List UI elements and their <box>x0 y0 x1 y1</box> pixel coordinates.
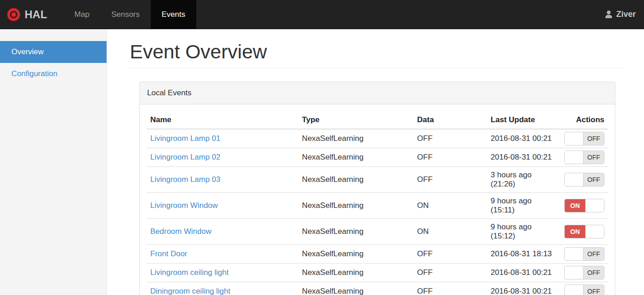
table-row: Front DoorNexaSelfLearningOFF2016-08-31 … <box>147 245 608 264</box>
event-last-update: 9 hours ago (15:12) <box>487 219 561 245</box>
event-type: NexaSelfLearning <box>298 193 414 219</box>
event-name-cell: Livingroom Lamp 03 <box>147 167 298 193</box>
toggle-handle <box>565 132 583 145</box>
page-layout: OverviewConfiguration Event Overview Loc… <box>0 29 644 295</box>
event-data: OFF <box>414 264 487 282</box>
column-header-actions: Actions <box>561 111 608 129</box>
event-actions-cell: OFF <box>561 264 608 282</box>
page-header: Event Overview <box>130 41 624 68</box>
main-nav: MapSensorsEvents <box>63 0 196 29</box>
event-type: NexaSelfLearning <box>298 148 414 167</box>
event-type: NexaSelfLearning <box>298 167 414 193</box>
events-table: NameTypeDataLast UpdateActions Livingroo… <box>147 111 608 295</box>
hal-logo-icon <box>7 8 20 21</box>
event-data: ON <box>414 219 487 245</box>
local-events-panel: Local Events NameTypeDataLast UpdateActi… <box>139 82 615 295</box>
panel-body: NameTypeDataLast UpdateActions Livingroo… <box>140 104 615 295</box>
table-row: Diningroom ceiling lightNexaSelfLearning… <box>147 282 608 295</box>
events-table-head: NameTypeDataLast UpdateActions <box>147 111 608 129</box>
event-last-update: 3 hours ago (21:26) <box>487 167 561 193</box>
toggle-handle <box>586 199 604 212</box>
table-row: Livingroom Lamp 02NexaSelfLearningOFF201… <box>147 148 608 167</box>
event-actions-cell: OFF <box>561 148 608 167</box>
event-name-link[interactable]: Livingroom Window <box>150 201 218 210</box>
power-toggle[interactable]: OFF <box>564 132 604 145</box>
event-name-cell: Diningroom ceiling light <box>147 282 298 295</box>
person-icon <box>604 10 613 19</box>
event-actions-cell: ON <box>561 193 608 219</box>
user-name: Ziver <box>616 10 636 19</box>
event-name-link[interactable]: Livingroom ceiling light <box>150 268 229 277</box>
event-last-update: 2016-08-31 00:21 <box>487 148 561 167</box>
nav-item-map[interactable]: Map <box>63 0 100 29</box>
brand-label: HAL <box>25 8 47 21</box>
event-last-update: 2016-08-31 00:21 <box>487 282 561 295</box>
sidebar: OverviewConfiguration <box>0 29 107 295</box>
power-toggle[interactable]: OFF <box>564 150 604 164</box>
nav-item-events[interactable]: Events <box>151 0 196 29</box>
event-name-link[interactable]: Livingroom Lamp 03 <box>150 175 220 184</box>
table-row: Livingroom Lamp 03NexaSelfLearningOFF3 h… <box>147 167 608 193</box>
event-name-link[interactable]: Livingroom Lamp 02 <box>150 153 220 161</box>
event-data: OFF <box>414 245 487 264</box>
main-content: Event Overview Local Events NameTypeData… <box>107 29 644 295</box>
power-toggle[interactable]: ON <box>564 199 604 212</box>
power-toggle[interactable]: OFF <box>564 285 604 295</box>
event-actions-cell: ON <box>561 219 608 245</box>
event-last-update: 2016-08-31 18:13 <box>487 245 561 264</box>
column-header-type: Type <box>298 111 414 129</box>
event-actions-cell: OFF <box>561 282 608 295</box>
event-last-update: 9 hours ago (15:11) <box>487 193 561 219</box>
event-data: OFF <box>414 148 487 167</box>
event-name-link[interactable]: Livingroom Lamp 01 <box>150 134 220 143</box>
toggle-handle <box>565 173 583 186</box>
event-type: NexaSelfLearning <box>298 282 414 295</box>
nav-item-sensors[interactable]: Sensors <box>100 0 150 29</box>
power-toggle[interactable]: ON <box>564 225 604 238</box>
toggle-handle <box>586 225 604 238</box>
sidebar-item-configuration[interactable]: Configuration <box>0 63 107 85</box>
sidebar-item-overview[interactable]: Overview <box>0 41 107 63</box>
toggle-off-label: OFF <box>583 266 604 279</box>
event-data: OFF <box>414 282 487 295</box>
event-name-cell: Bedroom Window <box>147 219 298 245</box>
event-actions-cell: OFF <box>561 167 608 193</box>
toggle-handle <box>565 285 583 295</box>
toggle-handle <box>565 151 583 164</box>
column-header-name: Name <box>147 111 298 129</box>
toggle-handle <box>565 248 583 260</box>
event-name-cell: Livingroom Window <box>147 193 298 219</box>
event-name-cell: Front Door <box>147 245 298 264</box>
power-toggle[interactable]: OFF <box>564 247 604 261</box>
event-last-update: 2016-08-31 00:21 <box>487 129 561 148</box>
events-table-body: Livingroom Lamp 01NexaSelfLearningOFF201… <box>147 129 608 295</box>
event-type: NexaSelfLearning <box>298 264 414 282</box>
toggle-off-label: OFF <box>583 173 604 186</box>
event-actions-cell: OFF <box>561 129 608 148</box>
column-header-last-update: Last Update <box>487 111 561 129</box>
power-toggle[interactable]: OFF <box>564 266 604 279</box>
event-name-cell: Livingroom Lamp 02 <box>147 148 298 167</box>
event-name-cell: Livingroom ceiling light <box>147 264 298 282</box>
power-toggle[interactable]: OFF <box>564 173 604 186</box>
table-row: Livingroom ceiling lightNexaSelfLearning… <box>147 264 608 282</box>
event-data: OFF <box>414 167 487 193</box>
event-name-link[interactable]: Front Door <box>150 249 187 258</box>
event-name-link[interactable]: Bedroom Window <box>150 227 211 236</box>
event-type: NexaSelfLearning <box>298 219 414 245</box>
panel-title: Local Events <box>140 82 615 104</box>
toggle-off-label: OFF <box>583 248 604 260</box>
table-row: Livingroom WindowNexaSelfLearningON9 hou… <box>147 193 608 219</box>
user-menu[interactable]: Ziver <box>596 0 644 29</box>
event-name-link[interactable]: Diningroom ceiling light <box>150 287 230 295</box>
event-data: OFF <box>414 129 487 148</box>
event-data: ON <box>414 193 487 219</box>
toggle-off-label: OFF <box>583 285 604 295</box>
event-name-cell: Livingroom Lamp 01 <box>147 129 298 148</box>
toggle-off-label: OFF <box>583 132 604 145</box>
toggle-handle <box>565 266 583 279</box>
app-brand[interactable]: HAL <box>0 0 56 29</box>
toggle-on-label: ON <box>565 225 586 238</box>
toggle-on-label: ON <box>565 199 586 212</box>
event-type: NexaSelfLearning <box>298 245 414 264</box>
